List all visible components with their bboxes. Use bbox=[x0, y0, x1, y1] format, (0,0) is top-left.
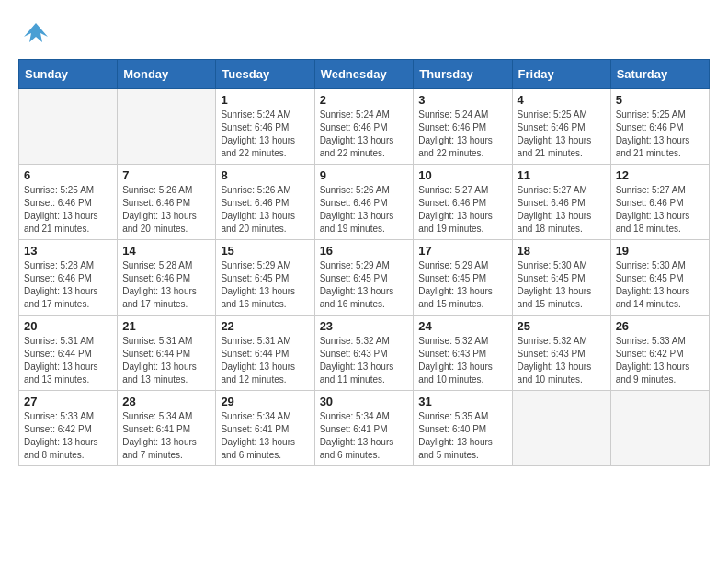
day-info: Sunrise: 5:33 AM Sunset: 6:42 PM Dayligh… bbox=[616, 335, 704, 386]
calendar-day-cell: 23Sunrise: 5:32 AM Sunset: 6:43 PM Dayli… bbox=[314, 316, 414, 391]
day-number: 2 bbox=[320, 93, 409, 107]
calendar-day-cell: 6Sunrise: 5:25 AM Sunset: 6:46 PM Daylig… bbox=[19, 165, 118, 240]
day-number: 21 bbox=[122, 319, 210, 333]
calendar-day-cell: 26Sunrise: 5:33 AM Sunset: 6:42 PM Dayli… bbox=[610, 316, 709, 391]
day-of-week-header: Wednesday bbox=[314, 60, 414, 89]
day-number: 27 bbox=[24, 395, 112, 408]
day-info: Sunrise: 5:26 AM Sunset: 6:46 PM Dayligh… bbox=[221, 184, 309, 236]
day-info: Sunrise: 5:34 AM Sunset: 6:41 PM Dayligh… bbox=[320, 410, 409, 462]
day-number: 23 bbox=[320, 319, 409, 333]
day-of-week-header: Saturday bbox=[610, 60, 709, 89]
calendar-day-cell bbox=[118, 89, 216, 165]
calendar-day-cell: 2Sunrise: 5:24 AM Sunset: 6:46 PM Daylig… bbox=[314, 89, 414, 165]
calendar-day-cell: 12Sunrise: 5:27 AM Sunset: 6:46 PM Dayli… bbox=[610, 165, 709, 240]
calendar-day-cell: 3Sunrise: 5:24 AM Sunset: 6:46 PM Daylig… bbox=[414, 89, 512, 165]
day-info: Sunrise: 5:24 AM Sunset: 6:46 PM Dayligh… bbox=[418, 109, 506, 160]
page-header bbox=[18, 18, 710, 50]
calendar-table: SundayMondayTuesdayWednesdayThursdayFrid… bbox=[18, 59, 710, 466]
day-of-week-header: Monday bbox=[118, 60, 216, 89]
calendar-day-cell: 29Sunrise: 5:34 AM Sunset: 6:41 PM Dayli… bbox=[216, 391, 314, 466]
calendar-day-cell: 28Sunrise: 5:34 AM Sunset: 6:41 PM Dayli… bbox=[118, 391, 216, 466]
calendar-day-cell bbox=[610, 391, 709, 466]
day-number: 22 bbox=[221, 319, 309, 333]
day-info: Sunrise: 5:26 AM Sunset: 6:46 PM Dayligh… bbox=[320, 184, 409, 236]
day-info: Sunrise: 5:25 AM Sunset: 6:46 PM Dayligh… bbox=[616, 109, 704, 160]
calendar-day-cell bbox=[19, 89, 118, 165]
day-info: Sunrise: 5:31 AM Sunset: 6:44 PM Dayligh… bbox=[221, 335, 309, 386]
calendar-day-cell: 22Sunrise: 5:31 AM Sunset: 6:44 PM Dayli… bbox=[216, 316, 314, 391]
calendar-day-cell: 24Sunrise: 5:32 AM Sunset: 6:43 PM Dayli… bbox=[414, 316, 512, 391]
day-number: 13 bbox=[24, 244, 112, 258]
day-number: 19 bbox=[616, 244, 704, 258]
calendar-day-cell: 30Sunrise: 5:34 AM Sunset: 6:41 PM Dayli… bbox=[314, 391, 414, 466]
day-info: Sunrise: 5:34 AM Sunset: 6:41 PM Dayligh… bbox=[122, 410, 210, 462]
day-number: 16 bbox=[320, 244, 409, 258]
day-number: 9 bbox=[320, 168, 409, 182]
day-of-week-header: Thursday bbox=[414, 60, 512, 89]
calendar-day-cell: 25Sunrise: 5:32 AM Sunset: 6:43 PM Dayli… bbox=[512, 316, 610, 391]
day-of-week-header: Tuesday bbox=[216, 60, 314, 89]
day-number: 5 bbox=[616, 93, 704, 107]
day-of-week-header: Friday bbox=[512, 60, 610, 89]
day-info: Sunrise: 5:24 AM Sunset: 6:46 PM Dayligh… bbox=[320, 109, 409, 160]
day-number: 28 bbox=[122, 395, 210, 408]
calendar-day-cell: 11Sunrise: 5:27 AM Sunset: 6:46 PM Dayli… bbox=[512, 165, 610, 240]
calendar-day-cell: 5Sunrise: 5:25 AM Sunset: 6:46 PM Daylig… bbox=[610, 89, 709, 165]
calendar-day-cell: 9Sunrise: 5:26 AM Sunset: 6:46 PM Daylig… bbox=[314, 165, 414, 240]
calendar-week-row: 13Sunrise: 5:28 AM Sunset: 6:46 PM Dayli… bbox=[19, 240, 710, 316]
day-number: 24 bbox=[418, 319, 506, 333]
day-info: Sunrise: 5:26 AM Sunset: 6:46 PM Dayligh… bbox=[122, 184, 210, 236]
calendar-day-cell: 1Sunrise: 5:24 AM Sunset: 6:46 PM Daylig… bbox=[216, 89, 314, 165]
calendar-week-row: 1Sunrise: 5:24 AM Sunset: 6:46 PM Daylig… bbox=[19, 89, 710, 165]
calendar-day-cell: 7Sunrise: 5:26 AM Sunset: 6:46 PM Daylig… bbox=[118, 165, 216, 240]
calendar-day-cell: 14Sunrise: 5:28 AM Sunset: 6:46 PM Dayli… bbox=[118, 240, 216, 316]
day-number: 4 bbox=[518, 93, 606, 107]
day-number: 31 bbox=[418, 395, 506, 408]
day-number: 7 bbox=[122, 168, 210, 182]
day-number: 8 bbox=[221, 168, 309, 182]
day-info: Sunrise: 5:33 AM Sunset: 6:42 PM Dayligh… bbox=[24, 410, 112, 462]
day-number: 29 bbox=[221, 395, 309, 408]
logo bbox=[18, 18, 50, 50]
day-of-week-header: Sunday bbox=[19, 60, 118, 89]
day-info: Sunrise: 5:27 AM Sunset: 6:46 PM Dayligh… bbox=[616, 184, 704, 236]
calendar-day-cell: 31Sunrise: 5:35 AM Sunset: 6:40 PM Dayli… bbox=[414, 391, 512, 466]
day-number: 14 bbox=[122, 244, 210, 258]
day-number: 12 bbox=[616, 168, 704, 182]
day-number: 25 bbox=[518, 319, 606, 333]
calendar-day-cell: 21Sunrise: 5:31 AM Sunset: 6:44 PM Dayli… bbox=[118, 316, 216, 391]
day-number: 3 bbox=[418, 93, 506, 107]
calendar-day-cell: 4Sunrise: 5:25 AM Sunset: 6:46 PM Daylig… bbox=[512, 89, 610, 165]
day-number: 11 bbox=[518, 168, 606, 182]
day-number: 15 bbox=[221, 244, 309, 258]
day-info: Sunrise: 5:28 AM Sunset: 6:46 PM Dayligh… bbox=[24, 259, 112, 311]
day-info: Sunrise: 5:35 AM Sunset: 6:40 PM Dayligh… bbox=[418, 410, 506, 462]
day-info: Sunrise: 5:28 AM Sunset: 6:46 PM Dayligh… bbox=[122, 259, 210, 311]
logo-bird-icon bbox=[22, 18, 50, 46]
calendar-day-cell: 20Sunrise: 5:31 AM Sunset: 6:44 PM Dayli… bbox=[19, 316, 118, 391]
calendar-day-cell bbox=[512, 391, 610, 466]
day-info: Sunrise: 5:29 AM Sunset: 6:45 PM Dayligh… bbox=[320, 259, 409, 311]
calendar-day-cell: 19Sunrise: 5:30 AM Sunset: 6:45 PM Dayli… bbox=[610, 240, 709, 316]
day-info: Sunrise: 5:29 AM Sunset: 6:45 PM Dayligh… bbox=[418, 259, 506, 311]
calendar-day-cell: 10Sunrise: 5:27 AM Sunset: 6:46 PM Dayli… bbox=[414, 165, 512, 240]
day-number: 17 bbox=[418, 244, 506, 258]
calendar-day-cell: 15Sunrise: 5:29 AM Sunset: 6:45 PM Dayli… bbox=[216, 240, 314, 316]
calendar-week-row: 27Sunrise: 5:33 AM Sunset: 6:42 PM Dayli… bbox=[19, 391, 710, 466]
day-info: Sunrise: 5:32 AM Sunset: 6:43 PM Dayligh… bbox=[418, 335, 506, 386]
day-info: Sunrise: 5:25 AM Sunset: 6:46 PM Dayligh… bbox=[518, 109, 606, 160]
calendar-day-cell: 16Sunrise: 5:29 AM Sunset: 6:45 PM Dayli… bbox=[314, 240, 414, 316]
svg-marker-0 bbox=[24, 23, 48, 42]
day-number: 18 bbox=[518, 244, 606, 258]
calendar-day-cell: 17Sunrise: 5:29 AM Sunset: 6:45 PM Dayli… bbox=[414, 240, 512, 316]
day-info: Sunrise: 5:27 AM Sunset: 6:46 PM Dayligh… bbox=[518, 184, 606, 236]
day-number: 20 bbox=[24, 319, 112, 333]
calendar-week-row: 6Sunrise: 5:25 AM Sunset: 6:46 PM Daylig… bbox=[19, 165, 710, 240]
day-number: 10 bbox=[418, 168, 506, 182]
day-number: 26 bbox=[616, 319, 704, 333]
day-info: Sunrise: 5:30 AM Sunset: 6:45 PM Dayligh… bbox=[518, 259, 606, 311]
day-info: Sunrise: 5:30 AM Sunset: 6:45 PM Dayligh… bbox=[616, 259, 704, 311]
day-info: Sunrise: 5:24 AM Sunset: 6:46 PM Dayligh… bbox=[221, 109, 309, 160]
calendar-header-row: SundayMondayTuesdayWednesdayThursdayFrid… bbox=[19, 60, 710, 89]
calendar-day-cell: 27Sunrise: 5:33 AM Sunset: 6:42 PM Dayli… bbox=[19, 391, 118, 466]
